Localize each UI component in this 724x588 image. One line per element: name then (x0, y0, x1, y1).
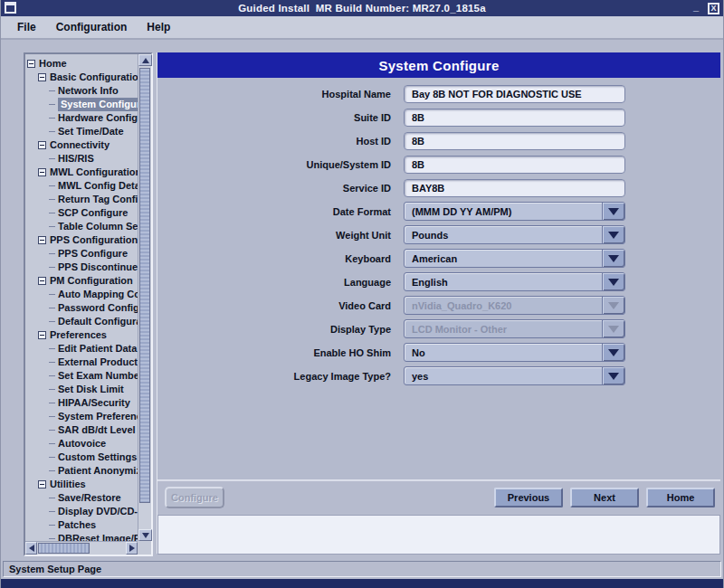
tree-item-patches[interactable]: Patches (25, 518, 138, 532)
service-id-input[interactable] (404, 179, 625, 197)
tree-item-scp-configure[interactable]: SCP Configure (25, 206, 138, 220)
tree-vertical-scrollbar[interactable] (138, 54, 151, 541)
tree-item-system-configure[interactable]: System Configure (25, 98, 138, 111)
tree-item-default-configurat[interactable]: Default Configurat (25, 315, 138, 328)
keyboard-dropdown[interactable]: American (404, 249, 625, 268)
horizontal-scroll-track[interactable] (37, 542, 126, 555)
tree-collapse-icon[interactable] (38, 168, 46, 176)
tree-item-system-preferences[interactable]: System Preferences (25, 410, 138, 423)
tree-branch-line (49, 525, 55, 526)
tree-item-basic-configuration[interactable]: Basic Configuration (25, 71, 138, 84)
tree-item-table-column-sele[interactable]: Table Column Sele (25, 220, 138, 233)
tree-item-edit-patient-data[interactable]: Edit Patient Data (25, 342, 138, 356)
tree-item-mwl-config-detail[interactable]: MWL Config Detail (25, 179, 138, 193)
tree-item-pm-configuration[interactable]: PM Configuration (25, 274, 138, 288)
tree-item-auto-mapping-con[interactable]: Auto Mapping Con (25, 288, 138, 301)
tree-item-hipaa-security[interactable]: HIPAA/Security (25, 396, 138, 410)
status-field: System Setup Page (3, 561, 721, 577)
tree-item-password-configur[interactable]: Password Configur (25, 301, 138, 315)
legacy-image-type-dropdown[interactable]: yes (404, 366, 625, 385)
date-format-dropdown[interactable]: (MMM DD YY AM/PM) (404, 202, 625, 221)
minimize-button[interactable]: _ (693, 3, 702, 14)
tree-item-return-tag-configu[interactable]: Return Tag Configu (25, 193, 138, 206)
right-arrow-icon (129, 545, 135, 552)
tree-collapse-icon[interactable] (38, 73, 46, 81)
form-row-hospital-name: Hospital Name (157, 84, 720, 103)
enable-ho-shim-dropdown[interactable]: No (404, 343, 625, 362)
tree-item-label: Patient Anonymiza (58, 464, 138, 478)
home-button[interactable]: Home (646, 488, 715, 507)
tree-item-preferences[interactable]: Preferences (25, 328, 138, 342)
dropdown-arrow-button[interactable] (602, 250, 624, 267)
previous-button[interactable]: Previous (494, 488, 563, 507)
vertical-scroll-thumb[interactable] (139, 68, 150, 503)
next-button[interactable]: Next (570, 488, 639, 507)
tree-collapse-icon[interactable] (27, 60, 35, 68)
tree-item-set-exam-number[interactable]: Set Exam Number (25, 369, 138, 383)
close-button[interactable]: X (708, 3, 719, 14)
unique-system-id-input[interactable] (404, 156, 625, 174)
suite-id-input[interactable] (404, 109, 625, 127)
window-title: Guided Install MR Build Number: MR27.0_1… (1, 3, 723, 14)
menu-item-help[interactable]: Help (138, 18, 179, 36)
tree-collapse-icon[interactable] (38, 141, 46, 149)
tree-item-autovoice[interactable]: Autovoice (25, 437, 138, 450)
tree-item-network-info[interactable]: Network Info (25, 84, 138, 98)
tree-collapse-icon[interactable] (38, 236, 46, 244)
tree-item-mwl-configuration[interactable]: MWL Configuration (25, 166, 138, 179)
tree-collapse-icon[interactable] (38, 277, 46, 285)
tree-branch-line (49, 457, 55, 458)
tree-collapse-icon[interactable] (38, 331, 46, 339)
tree-item-pps-discontinue-re[interactable]: PPS Discontinue Re (25, 261, 138, 274)
window-menu-icon[interactable] (5, 2, 16, 14)
language-dropdown[interactable]: English (404, 272, 625, 291)
dropdown-arrow-button[interactable] (602, 203, 624, 220)
application-window: Guided Install MR Build Number: MR27.0_1… (0, 0, 724, 588)
status-bar: System Setup Page (1, 559, 723, 579)
tree-branch-line (49, 362, 55, 363)
hospital-name-input[interactable] (404, 85, 625, 103)
tree-item-pps-configure[interactable]: PPS Configure (25, 247, 138, 261)
tree-item-dbreset-image-fu[interactable]: DBReset Image/Fu (25, 532, 138, 541)
scroll-down-icon[interactable] (138, 529, 152, 541)
tree-branch-line (49, 389, 55, 390)
tree-item-his-ris[interactable]: HIS/RIS (25, 152, 138, 166)
tree-item-sar-db-dt-level[interactable]: SAR dB/dt Level (25, 423, 138, 437)
tree-item-hardware-configur[interactable]: Hardware Configur (25, 111, 138, 125)
tree-item-connectivity[interactable]: Connectivity (25, 138, 138, 152)
tree-horizontal-scrollbar[interactable] (25, 541, 138, 555)
keyboard-label: Keyboard (157, 253, 391, 264)
tree-item-label: Set Exam Number (58, 369, 138, 383)
host-id-input[interactable] (404, 132, 625, 150)
tree-item-pps-configuration[interactable]: PPS Configuration (25, 233, 138, 247)
vertical-scroll-track[interactable] (138, 66, 151, 529)
tree-item-external-product-co[interactable]: External Product Co (25, 356, 138, 369)
dropdown-arrow-button[interactable] (602, 226, 624, 243)
tree-item-display-dvd-cd-r[interactable]: Display DVD/CD-R (25, 505, 138, 518)
scroll-right-icon[interactable] (126, 542, 138, 555)
dropdown-arrow-button[interactable] (602, 344, 624, 361)
tree-collapse-icon[interactable] (38, 480, 46, 488)
dropdown-arrow-button[interactable] (602, 367, 624, 384)
tree-branch-line (49, 443, 55, 444)
tree-item-save-restore[interactable]: Save/Restore (25, 491, 138, 505)
scroll-up-icon[interactable] (138, 54, 152, 66)
dropdown-arrow-button (602, 320, 624, 337)
menu-item-file[interactable]: File (8, 18, 45, 36)
tree-item-set-time-date[interactable]: Set Time/Date (25, 125, 138, 138)
horizontal-scroll-thumb[interactable] (38, 543, 90, 554)
tree-item-utilities[interactable]: Utilities (25, 478, 138, 491)
form-row-legacy-image-type: Legacy Image Type?yes (157, 366, 720, 385)
tree-item-label: PPS Configure (58, 247, 128, 261)
tree-item-home[interactable]: Home (25, 57, 138, 71)
tree-item-set-disk-limit[interactable]: Set Disk Limit (25, 383, 138, 396)
tree-item-custom-settings[interactable]: Custom Settings (25, 450, 138, 464)
tree-branch-line (49, 158, 55, 159)
menu-item-configuration[interactable]: Configuration (47, 18, 137, 36)
scroll-left-icon[interactable] (25, 542, 37, 555)
tree-item-patient-anonymiza[interactable]: Patient Anonymiza (25, 464, 138, 478)
dropdown-arrow-button[interactable] (602, 273, 624, 290)
tree-item-label: Utilities (50, 478, 86, 491)
weight-unit-dropdown[interactable]: Pounds (404, 225, 625, 244)
tree-branch-line (49, 403, 55, 403)
